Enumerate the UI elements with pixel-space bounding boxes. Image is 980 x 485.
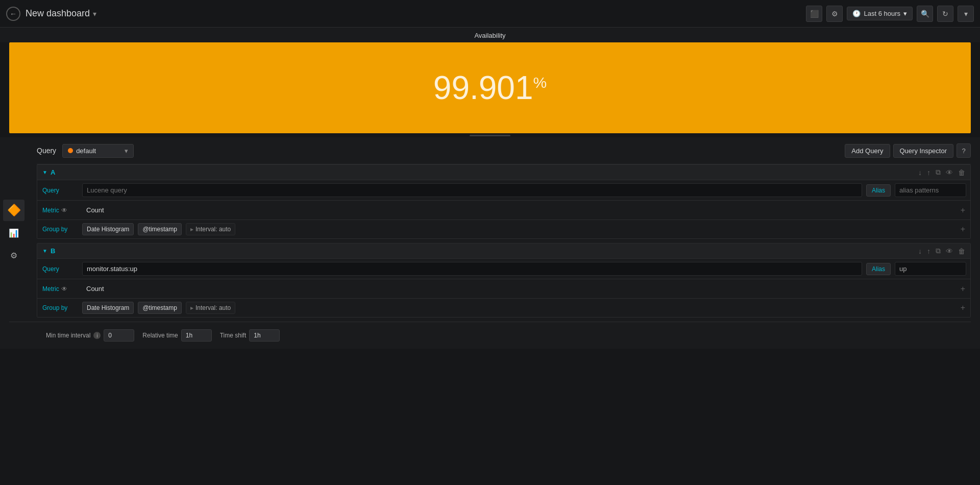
nav-left: ← New dashboard ▾ [6, 7, 96, 21]
dashboard-title: New dashboard ▾ [26, 8, 96, 19]
refresh-chevron-icon: ▾ [964, 10, 968, 18]
alias-button-a[interactable]: Alias [866, 184, 891, 197]
min-time-interval-input[interactable] [104, 329, 134, 342]
settings-button[interactable]: ⚙ [826, 6, 843, 22]
availability-label: Availability [0, 28, 980, 42]
refresh-icon: ↻ [942, 10, 948, 18]
gear-icon: ⚙ [10, 251, 17, 260]
duplicate-icon-a[interactable]: ⧉ [936, 168, 941, 177]
collapse-arrow-a: ▼ [42, 169, 47, 175]
datasource-chevron-icon: ▾ [125, 147, 128, 155]
hide-icon-a[interactable]: 👁 [946, 168, 953, 177]
save-button[interactable]: ⬛ [806, 6, 822, 22]
resize-handle-bar [470, 135, 510, 136]
query-block-a: ▼ A ↓ ↑ ⧉ 👁 🗑 Query [37, 164, 971, 239]
groupby-field-a[interactable]: @timestamp [138, 223, 182, 235]
relative-time-input[interactable] [181, 329, 212, 342]
query-row-a-query-label: Query [37, 183, 78, 198]
dashboard-name: New dashboard [26, 8, 90, 19]
query-row-b-groupby: Group by Date Histogram @timestamp ▶ Int… [37, 298, 970, 317]
groupby-interval-b[interactable]: ▶ Interval: auto [186, 302, 235, 314]
back-button[interactable]: ← [6, 7, 20, 21]
delete-icon-b[interactable]: 🗑 [958, 247, 965, 255]
relative-time-label: Relative time [142, 332, 178, 339]
query-blocks: ▼ A ↓ ↑ ⧉ 👁 🗑 Query [37, 164, 971, 318]
groupby-type-b[interactable]: Date Histogram [82, 302, 134, 314]
chart-icon: 📊 [9, 228, 19, 238]
query-input-a[interactable] [82, 183, 862, 197]
duplicate-icon-b[interactable]: ⧉ [936, 247, 941, 255]
metric-eye-icon-a[interactable]: 👁 [61, 207, 67, 214]
dashboard-chevron[interactable]: ▾ [93, 10, 96, 18]
metric-eye-icon-b[interactable]: 👁 [61, 285, 67, 293]
datasource-select[interactable]: default ▾ [62, 144, 134, 158]
relative-time-group: Relative time [142, 329, 211, 342]
time-shift-group: Time shift [220, 329, 280, 342]
groupby-interval-a[interactable]: ▶ Interval: auto [186, 223, 235, 235]
save-icon: ⬛ [810, 10, 819, 18]
delete-icon-a[interactable]: 🗑 [958, 168, 965, 177]
query-row-a-groupby-label: Group by [37, 222, 78, 237]
move-down-icon-a[interactable]: ↓ [918, 168, 922, 177]
settings-icon: ⚙ [831, 10, 838, 18]
groupby-add-btn-b[interactable]: + [955, 300, 970, 316]
top-nav: ← New dashboard ▾ ⬛ ⚙ 🕐 Last 6 hours ▾ 🔍… [0, 0, 980, 28]
interval-arrow-icon-b: ▶ [190, 306, 193, 310]
sidebar-item-settings[interactable]: ⚙ [3, 245, 24, 266]
query-block-b: ▼ B ↓ ↑ ⧉ 👁 🗑 Query [37, 243, 971, 318]
search-button[interactable]: 🔍 [917, 6, 933, 22]
query-row-b-groupby-content: Date Histogram @timestamp ▶ Interval: au… [78, 299, 955, 317]
bottom-options: Min time interval i Relative time Time s… [9, 322, 971, 349]
alias-button-b[interactable]: Alias [866, 263, 891, 275]
groupby-add-btn-a[interactable]: + [955, 222, 970, 237]
query-row-b-query-content: Alias [78, 259, 970, 279]
query-row-a-query-content: Alias [78, 180, 970, 200]
search-icon: 🔍 [921, 10, 929, 18]
metric-add-btn-a[interactable]: + [955, 203, 970, 218]
min-time-interval-group: Min time interval i [46, 329, 134, 342]
time-shift-label: Time shift [220, 332, 247, 339]
nav-right: ⬛ ⚙ 🕐 Last 6 hours ▾ 🔍 ↻ ▾ [806, 6, 974, 22]
query-row-a-metric-content: Count [78, 201, 955, 220]
alias-input-a[interactable] [895, 183, 966, 197]
datasource-dot [68, 148, 73, 153]
left-sidebar: 🔶 📊 ⚙ [0, 196, 28, 270]
query-block-a-header[interactable]: ▼ A ↓ ↑ ⧉ 👁 🗑 [37, 165, 970, 180]
min-time-interval-label: Min time interval [46, 332, 90, 339]
query-input-b[interactable] [82, 262, 862, 276]
help-button[interactable]: ? [957, 143, 971, 158]
query-inspector-button[interactable]: Query Inspector [893, 144, 954, 158]
sidebar-item-chart[interactable]: 📊 [3, 222, 24, 244]
query-header: Query default ▾ Add Query Query Inspecto… [37, 137, 971, 164]
query-block-a-title: ▼ A [42, 168, 55, 176]
groupby-type-a[interactable]: Date Histogram [82, 223, 134, 235]
query-row-a-metric: Metric 👁 Count + [37, 200, 970, 220]
time-shift-input[interactable] [249, 329, 280, 342]
hide-icon-b[interactable]: 👁 [946, 247, 953, 255]
time-range-picker[interactable]: 🕐 Last 6 hours ▾ [847, 7, 913, 20]
groupby-field-b[interactable]: @timestamp [138, 302, 182, 314]
availability-panel: 99.901% [9, 42, 971, 133]
query-row-b-query-label: Query [37, 261, 78, 277]
query-row-a-metric-label: Metric 👁 [37, 203, 78, 218]
add-query-button[interactable]: Add Query [845, 144, 890, 158]
min-time-interval-info[interactable]: i [93, 332, 101, 339]
refresh-dropdown[interactable]: ▾ [958, 6, 974, 22]
metric-add-btn-b[interactable]: + [955, 281, 970, 297]
move-down-icon-b[interactable]: ↓ [918, 247, 922, 255]
metric-value-b: Count [82, 282, 108, 295]
move-up-icon-b[interactable]: ↑ [927, 247, 930, 255]
time-range-label: Last 6 hours [864, 10, 900, 17]
sidebar-item-grafana[interactable]: 🔶 [3, 200, 24, 221]
query-row-b-groupby-label: Group by [37, 300, 78, 316]
query-block-b-title: ▼ B [42, 247, 55, 255]
alias-input-b[interactable] [895, 262, 966, 276]
datasource-name: default [76, 147, 96, 155]
time-chevron-icon: ▾ [903, 10, 907, 17]
resize-handle[interactable] [0, 133, 980, 137]
query-label: Query [37, 147, 56, 155]
query-row-a-groupby: Group by Date Histogram @timestamp ▶ Int… [37, 220, 970, 238]
move-up-icon-a[interactable]: ↑ [927, 168, 930, 177]
query-block-b-header[interactable]: ▼ B ↓ ↑ ⧉ 👁 🗑 [37, 244, 970, 258]
refresh-button[interactable]: ↻ [937, 6, 953, 22]
